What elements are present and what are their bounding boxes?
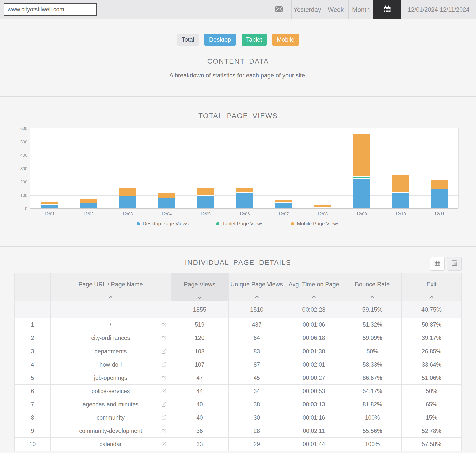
cell-bounce-rate: 54.17% [343,385,402,398]
page-name-text: community [97,414,125,421]
page-name-text: city-ordinances [91,335,130,341]
page-name-text: job-openings [94,375,127,381]
cell-bounce-rate: 55.56% [343,424,402,438]
filter-tablet-button[interactable]: Tablet [242,34,267,46]
cell-avg-time: 00:01:16 [285,411,343,424]
cell-unique-views: 87 [229,358,285,371]
header-page-views[interactable]: Page Views [171,273,229,301]
cell-unique-views: 83 [229,345,285,358]
cell-exit: 50.87% [402,318,462,331]
chart-bar-segment [314,207,331,208]
cell-page-name: departments [51,345,171,358]
x-axis-tick [69,209,69,210]
page-name-text: how-do-i [99,361,122,368]
cell-rank: 9 [15,424,51,438]
header-bounce-rate[interactable]: Bounce Rate [343,273,402,301]
sort-up-icon [371,296,374,299]
cell-page-views: 120 [171,331,229,345]
month-button[interactable]: Month [348,0,373,19]
header-exit[interactable]: Exit [402,273,462,301]
table-row: 7agendas-and-minutes403800:03:1381.82%65… [15,398,462,411]
chart-gridline [30,142,458,142]
total-page-views-section: TOTAL PAGE VIEWS 010020030040050060012/0… [0,97,476,247]
chart-bar-segment [80,198,97,203]
cell-bounce-rate: 51.32% [343,318,402,331]
chart-bar-segment [236,188,253,193]
external-link-icon[interactable] [161,375,167,381]
cell-page-views: 40 [171,411,229,424]
external-link-icon[interactable] [161,322,167,328]
header-avg-time[interactable]: Avg. Time on Page [285,273,343,301]
chart-bar [80,198,97,208]
table-row: 6police-services443400:00:5354.17%50% [15,385,462,398]
external-link-icon[interactable] [161,402,167,407]
chart-bar-segment [80,203,97,208]
external-link-icon[interactable] [161,335,167,341]
chart-bar [197,188,214,208]
x-axis-label: 12/02 [69,212,108,217]
cell-unique-views: 29 [229,438,285,451]
chart-bar [275,199,292,208]
table-header-row: Page URL / Page Name Page Views Unique P… [15,273,462,301]
chart-bar-segment [353,178,370,208]
table-row: 5job-openings474500:00:2786.67%51.06% [15,371,462,385]
cell-rank: 8 [15,411,51,424]
cell-unique-views: 437 [229,318,285,331]
chart-bar [236,188,253,208]
table-row: 9community-development362800:02:1155.56%… [15,424,462,438]
sort-down-icon [198,296,201,299]
external-link-icon[interactable] [161,441,167,447]
cell-exit: 33.64% [402,358,462,371]
external-link-icon[interactable] [161,362,167,367]
calendar-button[interactable] [373,0,401,19]
cell-bounce-rate: 86.67% [343,371,402,385]
cell-unique-views: 34 [229,385,285,398]
x-axis-tick [342,209,342,210]
header-page-url[interactable]: Page URL / Page Name [51,273,171,301]
x-axis-tick [30,209,30,210]
cell-exit: 50% [402,385,462,398]
cell-exit: 52.78% [402,424,462,438]
chart-bar-segment [353,134,370,176]
mail-icon [275,4,284,15]
page-name-text: departments [95,348,127,355]
chart-bar-segment [431,189,448,208]
x-axis-label: 12/06 [225,212,264,217]
header-unique-page-views[interactable]: Unique Page Views [229,273,285,301]
summary-page-views: 1855 [171,301,229,318]
filter-total-button[interactable]: Total [177,34,199,46]
external-link-icon[interactable] [161,349,167,354]
page-details-title: INDIVIDUAL PAGE DETAILS [0,247,476,267]
week-button[interactable]: Week [323,0,348,19]
legend-label: Mobile Page Views [297,221,339,227]
cell-page-name: how-do-i [51,358,171,371]
filter-mobile-button[interactable]: Mobile [272,34,299,46]
table-view-button[interactable] [430,257,445,271]
chart-view-button[interactable] [447,257,462,271]
table-view-icon [434,260,441,268]
x-axis-tick [225,209,225,210]
x-axis-tick [108,209,108,210]
y-axis-tick: 500 [15,140,27,145]
cell-rank: 4 [15,358,51,371]
external-link-icon[interactable] [161,428,167,434]
cell-rank: 1 [15,318,51,331]
x-axis-line [30,208,458,209]
page-url-sort-link[interactable]: Page URL [78,281,106,288]
external-link-icon[interactable] [161,415,167,420]
url-input[interactable] [4,3,97,16]
external-link-icon[interactable] [161,388,167,394]
x-axis-tick [303,209,303,210]
yesterday-button[interactable]: Yesterday [291,0,323,19]
cell-rank: 5 [15,371,51,385]
cell-page-views: 108 [171,345,229,358]
cell-unique-views: 45 [229,371,285,385]
page-details-table: Page URL / Page Name Page Views Unique P… [14,273,462,451]
mail-button[interactable] [267,0,291,19]
chart-bar-segment [119,196,136,208]
chart-bar-segment [314,205,331,207]
x-axis-label: 12/03 [108,212,147,217]
cell-bounce-rate: 59.09% [343,331,402,345]
filter-desktop-button[interactable]: Desktop [204,34,235,46]
cell-rank: 7 [15,398,51,411]
